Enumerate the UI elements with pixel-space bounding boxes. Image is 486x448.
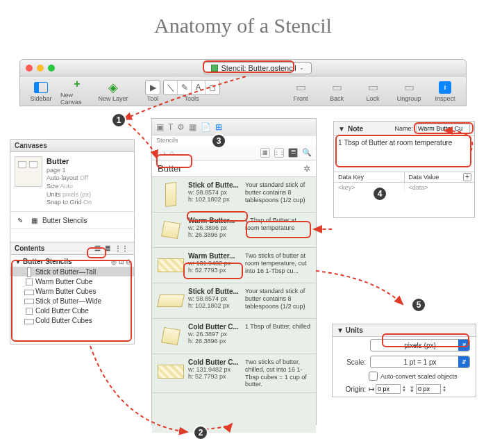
- stencil-file-icon: [211, 65, 218, 72]
- stencil-row[interactable]: Warm Butter...w: 131.9482 pxh: 52.7793 p…: [152, 248, 316, 283]
- stencil-thumb-icon: [24, 316, 33, 324]
- stencil-row[interactable]: Cold Butter C...w: 26.3897 pxh: 26.3896 …: [152, 319, 316, 354]
- canvas-row[interactable]: Butter page 1 Auto-layout Off Size Auto …: [10, 152, 134, 212]
- tree-item[interactable]: Stick of Butter—Wide: [10, 296, 134, 306]
- sidebar-icon: [34, 81, 48, 94]
- note-textarea[interactable]: 1 Tbsp of Butter at room temperature: [334, 136, 474, 172]
- new-canvas-button[interactable]: New Canvas: [60, 77, 94, 106]
- new-layer-button[interactable]: New Layer: [97, 81, 130, 102]
- datakey-placeholder[interactable]: <key>: [334, 183, 405, 192]
- list-detail-view-icon[interactable]: ☰: [288, 148, 298, 158]
- back-button[interactable]: Back: [320, 81, 353, 102]
- y-axis-icon: ↧: [409, 385, 414, 393]
- origin-y-input[interactable]: [416, 384, 441, 394]
- visibility-icon[interactable]: ◎: [111, 258, 117, 265]
- front-button[interactable]: Front: [284, 81, 317, 102]
- info-icon: [438, 81, 452, 94]
- text-tab-icon[interactable]: T: [168, 122, 173, 132]
- list-view-icon[interactable]: ☰: [93, 244, 102, 252]
- tree-group-header[interactable]: ▼ Butter Stencils ◎⊡⎙: [10, 256, 134, 267]
- layer-row[interactable]: ✎ ▦ Butter Stencils: [10, 212, 134, 229]
- sidebar-button[interactable]: Sidebar: [24, 81, 58, 102]
- note-header-label: Note: [348, 125, 363, 133]
- tree-item[interactable]: Warm Butter Cubes: [10, 286, 134, 296]
- stencils-panel: ▣ T ⚙ ▦ 📄 ⊞ Stencils ‹ › ⌂ ▦ ⋮⋮ ☰ 🔍 Butt…: [151, 118, 317, 425]
- scale-label: Scale:: [338, 358, 366, 366]
- canvases-header: Canvases: [10, 140, 134, 152]
- pointer-tool-icon[interactable]: ▶: [146, 81, 160, 94]
- tool-picker[interactable]: ▶ Tool: [145, 80, 160, 102]
- stencil-preview: [158, 323, 184, 349]
- canvas-tab-icon[interactable]: ▦: [189, 122, 196, 132]
- scale-select[interactable]: 1 pt = 1 px⇵: [370, 356, 470, 368]
- line-tool-icon[interactable]: ＼: [164, 81, 178, 94]
- stencil-row[interactable]: Cold Butter C...w: 131.9482 pxh: 52.7793…: [152, 354, 316, 393]
- disclosure-triangle-icon[interactable]: ▼: [337, 326, 344, 334]
- close-window-icon[interactable]: [26, 65, 33, 72]
- object-tab-icon[interactable]: ▣: [156, 122, 164, 132]
- main-toolbar: Sidebar New Canvas New Layer ▶ Tool ＼ ✎ …: [19, 76, 467, 106]
- zoom-window-icon[interactable]: [48, 65, 55, 72]
- autoconvert-label: Auto-convert scaled objects: [380, 373, 458, 380]
- tree-item[interactable]: Cold Butter Cube: [10, 306, 134, 315]
- inspect-button[interactable]: Inspect: [428, 81, 462, 102]
- stepper-icon[interactable]: ▲▼: [442, 385, 446, 392]
- contents-header: Contents ☰ ≣ ⋮⋮: [10, 242, 134, 255]
- disclosure-triangle-icon[interactable]: ▼: [15, 258, 22, 265]
- dataval-placeholder[interactable]: <data>: [405, 183, 475, 192]
- lock-button[interactable]: Lock: [356, 81, 389, 102]
- gear-icon[interactable]: ✲: [303, 164, 310, 174]
- stencil-preview: [158, 288, 184, 314]
- stencil-thumb-icon: [24, 297, 33, 305]
- traffic-lights[interactable]: [26, 65, 55, 72]
- origin-x-input[interactable]: [376, 384, 401, 394]
- tree-item[interactable]: Cold Butter Cubes: [10, 315, 134, 325]
- minimize-window-icon[interactable]: [37, 65, 44, 72]
- document-title-label: Stencil: Butter.gstencil: [221, 64, 296, 72]
- pencil-icon: ✎: [15, 215, 26, 226]
- canvases-panel: Canvases Butter page 1 Auto-layout Off S…: [10, 139, 135, 345]
- units-inspector: ▼ Units pixels (px)⇵ Scale: 1 pt = 1 px⇵…: [332, 324, 476, 397]
- tree-item[interactable]: Stick of Butter—Tall: [10, 267, 134, 276]
- name-label: Name:: [394, 125, 413, 132]
- tree-item[interactable]: Warm Butter Cube: [10, 276, 134, 286]
- home-icon[interactable]: ⌂: [169, 149, 174, 157]
- back-arrow-icon[interactable]: ‹: [156, 149, 159, 157]
- stencils-tab-icon[interactable]: ⊞: [215, 122, 222, 132]
- x-axis-icon: ↦: [369, 385, 374, 393]
- search-icon[interactable]: 🔍: [302, 148, 312, 157]
- callout-4: 4: [372, 186, 387, 201]
- text-tool-icon[interactable]: A: [192, 81, 206, 94]
- autoconvert-checkbox[interactable]: [369, 372, 378, 381]
- print-icon[interactable]: ⎙: [126, 258, 130, 265]
- chevron-down-icon: ⌄: [299, 65, 304, 71]
- tools-group[interactable]: ＼ ✎ A ◻ Tools: [163, 80, 220, 102]
- outline-view-icon[interactable]: ≣: [103, 244, 112, 252]
- stepper-icon[interactable]: ▲▼: [402, 385, 406, 392]
- stencil-row[interactable]: Stick of Butte...w: 58.8574 pxh: 102.180…: [152, 283, 316, 319]
- stencil-breadcrumb[interactable]: Butter ✲: [152, 160, 316, 177]
- new-layer-icon: [106, 81, 120, 94]
- canvas-meta: Butter page 1 Auto-layout Off Size Auto …: [47, 156, 92, 207]
- grid-view-icon[interactable]: ⋮⋮: [113, 244, 130, 252]
- document-title-button[interactable]: Stencil: Butter.gstencil ⌄: [203, 62, 311, 74]
- add-data-button[interactable]: +: [463, 173, 471, 181]
- grid-small-view-icon[interactable]: ⋮⋮: [274, 148, 284, 158]
- ungroup-button[interactable]: Ungroup: [392, 81, 426, 102]
- pen-tool-icon[interactable]: ✎: [178, 81, 192, 94]
- shape-tool-icon[interactable]: ◻: [206, 81, 219, 94]
- stencil-thumb-icon: [24, 306, 33, 315]
- grid-large-view-icon[interactable]: ▦: [260, 148, 270, 158]
- lock-small-icon[interactable]: ⊡: [119, 258, 124, 265]
- stencil-name-input[interactable]: [416, 124, 470, 133]
- stencil-row[interactable]: Stick of Butte...w: 58.8574 pxh: 102.180…: [152, 177, 316, 213]
- disclosure-triangle-icon[interactable]: ▼: [338, 125, 345, 133]
- callout-1: 1: [111, 113, 126, 128]
- fwd-arrow-icon[interactable]: ›: [163, 149, 166, 157]
- stencils-subtoolbar: ‹ › ⌂ ▦ ⋮⋮ ☰ 🔍: [152, 145, 316, 160]
- document-tab-icon[interactable]: 📄: [201, 122, 211, 132]
- stencil-row[interactable]: Warm Butter...w: 26.3896 pxh: 26.3896 px…: [152, 213, 316, 248]
- properties-tab-icon[interactable]: ⚙: [177, 122, 185, 132]
- send-back-icon: [330, 81, 344, 94]
- units-select[interactable]: pixels (px)⇵: [370, 339, 470, 351]
